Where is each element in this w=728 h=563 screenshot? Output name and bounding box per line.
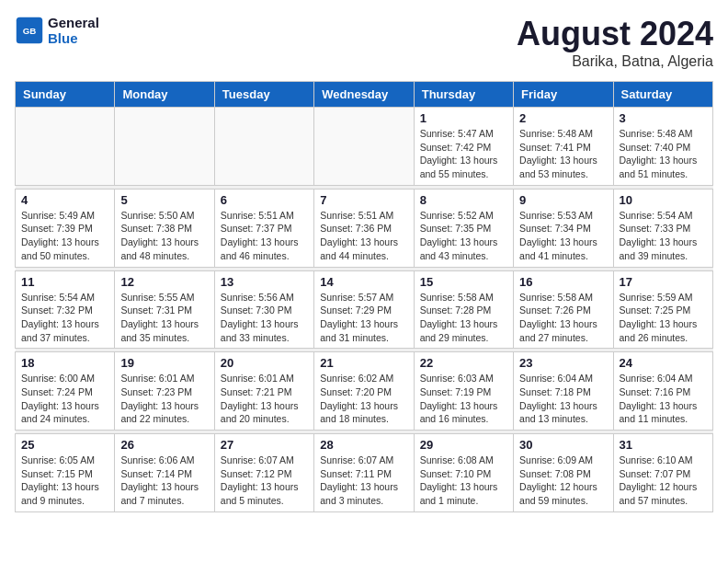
day-detail: Sunrise: 5:51 AM Sunset: 7:36 PM Dayligh…: [320, 209, 407, 263]
day-detail: Sunrise: 6:09 AM Sunset: 7:08 PM Dayligh…: [519, 454, 607, 508]
day-number: 28: [320, 438, 407, 452]
calendar-cell: 19Sunrise: 6:01 AM Sunset: 7:23 PM Dayli…: [115, 352, 214, 431]
weekday-header-row: SundayMondayTuesdayWednesdayThursdayFrid…: [16, 82, 713, 108]
calendar-week-row: 18Sunrise: 6:00 AM Sunset: 7:24 PM Dayli…: [16, 352, 713, 431]
day-detail: Sunrise: 5:58 AM Sunset: 7:26 PM Dayligh…: [519, 291, 607, 345]
calendar-cell: [214, 108, 313, 186]
calendar-cell: 22Sunrise: 6:03 AM Sunset: 7:19 PM Dayli…: [414, 352, 513, 431]
title-block: August 2024 Barika, Batna, Algeria: [517, 15, 713, 70]
calendar-cell: 8Sunrise: 5:52 AM Sunset: 7:35 PM Daylig…: [414, 189, 513, 267]
day-detail: Sunrise: 5:56 AM Sunset: 7:30 PM Dayligh…: [221, 291, 308, 345]
calendar-cell: 13Sunrise: 5:56 AM Sunset: 7:30 PM Dayli…: [214, 270, 313, 349]
calendar-cell: 12Sunrise: 5:55 AM Sunset: 7:31 PM Dayli…: [115, 270, 214, 349]
day-detail: Sunrise: 5:53 AM Sunset: 7:34 PM Dayligh…: [519, 209, 607, 263]
day-detail: Sunrise: 6:02 AM Sunset: 7:20 PM Dayligh…: [320, 372, 407, 426]
day-detail: Sunrise: 5:54 AM Sunset: 7:33 PM Dayligh…: [620, 209, 707, 263]
calendar-cell: 7Sunrise: 5:51 AM Sunset: 7:36 PM Daylig…: [314, 189, 414, 267]
day-number: 14: [320, 275, 407, 289]
day-detail: Sunrise: 6:04 AM Sunset: 7:18 PM Dayligh…: [519, 372, 607, 426]
calendar-cell: 23Sunrise: 6:04 AM Sunset: 7:18 PM Dayli…: [514, 352, 613, 431]
day-detail: Sunrise: 6:01 AM Sunset: 7:23 PM Dayligh…: [120, 372, 208, 426]
day-detail: Sunrise: 6:01 AM Sunset: 7:21 PM Dayligh…: [221, 372, 308, 426]
day-number: 19: [120, 356, 208, 370]
weekday-header: Thursday: [414, 82, 513, 108]
calendar-cell: 25Sunrise: 6:05 AM Sunset: 7:15 PM Dayli…: [16, 434, 115, 512]
calendar-cell: 18Sunrise: 6:00 AM Sunset: 7:24 PM Dayli…: [16, 352, 115, 431]
calendar-cell: 5Sunrise: 5:50 AM Sunset: 7:38 PM Daylig…: [115, 189, 214, 267]
calendar-cell: 26Sunrise: 6:06 AM Sunset: 7:14 PM Dayli…: [115, 434, 214, 512]
day-detail: Sunrise: 5:48 AM Sunset: 7:40 PM Dayligh…: [620, 127, 707, 181]
day-detail: Sunrise: 5:49 AM Sunset: 7:39 PM Dayligh…: [21, 209, 108, 263]
day-number: 21: [320, 356, 407, 370]
location: Barika, Batna, Algeria: [517, 53, 713, 70]
day-detail: Sunrise: 6:08 AM Sunset: 7:10 PM Dayligh…: [420, 454, 507, 508]
day-number: 25: [21, 438, 108, 452]
day-number: 2: [519, 111, 607, 125]
day-detail: Sunrise: 5:52 AM Sunset: 7:35 PM Dayligh…: [420, 209, 507, 263]
month-year: August 2024: [517, 15, 713, 53]
calendar-cell: 1Sunrise: 5:47 AM Sunset: 7:42 PM Daylig…: [414, 108, 513, 186]
day-number: 15: [420, 275, 507, 289]
day-number: 4: [21, 193, 108, 207]
calendar-cell: 15Sunrise: 5:58 AM Sunset: 7:28 PM Dayli…: [414, 270, 513, 349]
day-detail: Sunrise: 5:57 AM Sunset: 7:29 PM Dayligh…: [320, 291, 407, 345]
calendar-cell: 11Sunrise: 5:54 AM Sunset: 7:32 PM Dayli…: [16, 270, 115, 349]
day-number: 5: [120, 193, 208, 207]
calendar-cell: 17Sunrise: 5:59 AM Sunset: 7:25 PM Dayli…: [613, 270, 712, 349]
day-detail: Sunrise: 5:55 AM Sunset: 7:31 PM Dayligh…: [120, 291, 208, 345]
day-number: 8: [420, 193, 507, 207]
calendar-cell: 28Sunrise: 6:07 AM Sunset: 7:11 PM Dayli…: [314, 434, 414, 512]
day-detail: Sunrise: 6:04 AM Sunset: 7:16 PM Dayligh…: [620, 372, 707, 426]
day-number: 3: [620, 111, 707, 125]
day-detail: Sunrise: 5:50 AM Sunset: 7:38 PM Dayligh…: [120, 209, 208, 263]
calendar-cell: 3Sunrise: 5:48 AM Sunset: 7:40 PM Daylig…: [613, 108, 712, 186]
calendar-cell: 4Sunrise: 5:49 AM Sunset: 7:39 PM Daylig…: [16, 189, 115, 267]
day-number: 11: [21, 275, 108, 289]
calendar-cell: 29Sunrise: 6:08 AM Sunset: 7:10 PM Dayli…: [414, 434, 513, 512]
calendar-cell: 10Sunrise: 5:54 AM Sunset: 7:33 PM Dayli…: [613, 189, 712, 267]
day-number: 9: [519, 193, 607, 207]
calendar-week-row: 4Sunrise: 5:49 AM Sunset: 7:39 PM Daylig…: [16, 189, 713, 267]
day-number: 24: [620, 356, 707, 370]
weekday-header: Friday: [514, 82, 613, 108]
calendar-table: SundayMondayTuesdayWednesdayThursdayFrid…: [15, 81, 713, 512]
calendar-cell: 21Sunrise: 6:02 AM Sunset: 7:20 PM Dayli…: [314, 352, 414, 431]
day-number: 20: [221, 356, 308, 370]
calendar-cell: 6Sunrise: 5:51 AM Sunset: 7:37 PM Daylig…: [214, 189, 313, 267]
day-detail: Sunrise: 6:07 AM Sunset: 7:12 PM Dayligh…: [221, 454, 308, 508]
weekday-header: Monday: [115, 82, 214, 108]
calendar-cell: 24Sunrise: 6:04 AM Sunset: 7:16 PM Dayli…: [613, 352, 712, 431]
day-detail: Sunrise: 6:10 AM Sunset: 7:07 PM Dayligh…: [620, 454, 707, 508]
day-number: 29: [420, 438, 507, 452]
day-number: 23: [519, 356, 607, 370]
day-detail: Sunrise: 5:54 AM Sunset: 7:32 PM Dayligh…: [21, 291, 108, 345]
day-number: 13: [221, 275, 308, 289]
calendar-week-row: 11Sunrise: 5:54 AM Sunset: 7:32 PM Dayli…: [16, 270, 713, 349]
calendar-week-row: 1Sunrise: 5:47 AM Sunset: 7:42 PM Daylig…: [16, 108, 713, 186]
day-detail: Sunrise: 5:59 AM Sunset: 7:25 PM Dayligh…: [620, 291, 707, 345]
day-number: 7: [320, 193, 407, 207]
weekday-header: Saturday: [613, 82, 712, 108]
day-number: 1: [420, 111, 507, 125]
day-number: 26: [120, 438, 208, 452]
weekday-header: Tuesday: [214, 82, 313, 108]
day-number: 16: [519, 275, 607, 289]
day-detail: Sunrise: 5:51 AM Sunset: 7:37 PM Dayligh…: [221, 209, 308, 263]
day-number: 27: [221, 438, 308, 452]
calendar-cell: [115, 108, 214, 186]
calendar-cell: 16Sunrise: 5:58 AM Sunset: 7:26 PM Dayli…: [514, 270, 613, 349]
calendar-cell: 2Sunrise: 5:48 AM Sunset: 7:41 PM Daylig…: [514, 108, 613, 186]
day-number: 18: [21, 356, 108, 370]
day-number: 12: [120, 275, 208, 289]
day-detail: Sunrise: 5:47 AM Sunset: 7:42 PM Dayligh…: [420, 127, 507, 181]
logo-icon: GB: [15, 16, 44, 45]
day-detail: Sunrise: 6:07 AM Sunset: 7:11 PM Dayligh…: [320, 454, 407, 508]
day-detail: Sunrise: 5:48 AM Sunset: 7:41 PM Dayligh…: [519, 127, 607, 181]
logo: GB General Blue: [15, 15, 99, 46]
calendar-cell: 20Sunrise: 6:01 AM Sunset: 7:21 PM Dayli…: [214, 352, 313, 431]
day-detail: Sunrise: 6:05 AM Sunset: 7:15 PM Dayligh…: [21, 454, 108, 508]
day-detail: Sunrise: 6:06 AM Sunset: 7:14 PM Dayligh…: [120, 454, 208, 508]
day-detail: Sunrise: 6:00 AM Sunset: 7:24 PM Dayligh…: [21, 372, 108, 426]
calendar-cell: 30Sunrise: 6:09 AM Sunset: 7:08 PM Dayli…: [514, 434, 613, 512]
calendar-cell: [16, 108, 115, 186]
